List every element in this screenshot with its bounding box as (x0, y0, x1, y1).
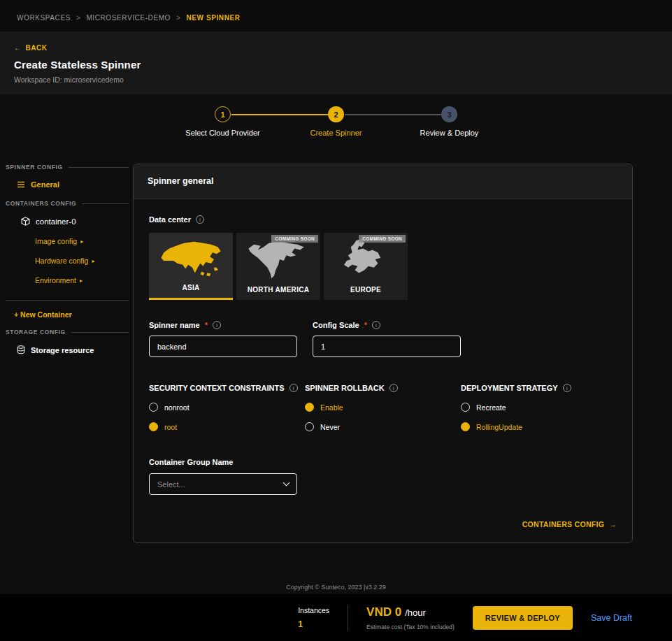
info-icon[interactable]: i (196, 215, 204, 224)
region-card-north-america[interactable]: COMMING SOON NORTH AMERICA (236, 233, 320, 300)
back-button[interactable]: ← BACK (14, 44, 47, 52)
step-connector (231, 114, 328, 115)
sidebar-item-label: Image config (35, 237, 77, 245)
region-name: NORTH AMERICA (248, 286, 310, 294)
info-icon[interactable]: i (389, 384, 398, 392)
info-icon[interactable]: i (372, 321, 380, 329)
sidebar-item-label: container-0 (36, 217, 76, 226)
name-scale-fields: Spinner name * i Config Scale * i (149, 321, 617, 357)
arrow-right-icon: → (609, 520, 617, 528)
north-america-map (243, 238, 313, 281)
spinner-name-field: Spinner name * i (149, 321, 297, 357)
sidebar-item-environment[interactable]: Environment ▸ (6, 276, 133, 285)
select-placeholder: Select... (157, 480, 185, 489)
cube-icon (21, 217, 30, 226)
region-card-asia[interactable]: ASIA (149, 233, 233, 300)
data-center-options: ASIA COMMING SOON NORTH AMERICA COMMING … (149, 233, 617, 300)
breadcrumb-separator: > (176, 14, 180, 22)
page-title: Create Stateless Spinner (14, 59, 658, 71)
required-asterisk: * (205, 321, 208, 329)
stepper-step-select-cloud-provider[interactable]: 1 Select Cloud Provider (166, 106, 280, 137)
radio-option-rollingupdate[interactable]: RollingUpdate (461, 422, 617, 431)
save-draft-button[interactable]: Save Draft (591, 613, 632, 623)
radio-label: Recreate (476, 403, 506, 412)
bottom-bar: Instances 1 VND 0 /hour Estimate cost (T… (0, 594, 672, 641)
spinner-name-input[interactable] (149, 336, 297, 357)
back-arrow-icon: ← (14, 44, 22, 52)
stepper-step-review-deploy[interactable]: 3 Review & Deploy (393, 106, 506, 137)
radio-circle (461, 422, 470, 431)
radio-group-title-row: DEPLOYMENT STRATEGY i (461, 384, 617, 392)
price-unit: /hour (405, 607, 426, 618)
radio-label: Enable (320, 403, 343, 412)
config-scale-input[interactable] (313, 336, 461, 357)
step-connector (345, 114, 441, 115)
config-scale-label-row: Config Scale * i (313, 321, 461, 329)
section-rule (69, 167, 129, 168)
caret-right-icon: ▸ (80, 278, 83, 284)
container-group-label: Container Group Name (149, 458, 233, 466)
sidebar-divider (6, 300, 129, 301)
sidebar-section-storage-config: STORAGE CONFIG (6, 329, 133, 336)
radio-option-nonroot[interactable]: nonroot (149, 403, 305, 412)
info-icon[interactable]: i (213, 321, 221, 329)
spinner-name-label: Spinner name (149, 321, 200, 329)
sidebar-item-image-config[interactable]: Image config ▸ (6, 237, 133, 245)
config-scale-field: Config Scale * i (313, 321, 461, 357)
panel-body: Data center i ASIA COMMING SOON (134, 199, 632, 542)
breadcrumb-item-new-spinner: NEW SPINNER (186, 14, 240, 22)
price-block: VND 0 /hour Estimate cost (Tax 10% inclu… (366, 605, 455, 631)
containers-config-link[interactable]: CONTAINERS CONFIG → (522, 520, 617, 528)
sidebar-item-container-0[interactable]: container-0 (6, 217, 133, 226)
required-asterisk: * (364, 321, 367, 329)
section-label: STORAGE CONFIG (6, 329, 66, 336)
sidebar-item-label: Storage resource (31, 346, 94, 354)
radio-option-recreate[interactable]: Recreate (461, 403, 617, 412)
radio-circle (305, 422, 314, 431)
panel-title: Spinner general (134, 164, 632, 199)
comming-soon-badge: COMMING SOON (359, 235, 406, 243)
radio-group-title-row: SPINNER ROLLBACK i (305, 384, 461, 392)
radio-label: Never (320, 423, 340, 431)
radio-circle (149, 403, 158, 412)
spinner-name-label-row: Spinner name * i (149, 321, 297, 329)
radio-circle (461, 403, 470, 412)
radio-group-title-row: SECURITY CONTEXT CONSTRAINTS i (149, 384, 305, 392)
stepper-step-create-spinner[interactable]: 2 Create Spinner (280, 106, 393, 137)
radio-label: nonroot (164, 403, 190, 412)
price-value: VND 0 (366, 605, 401, 619)
radio-label: root (164, 423, 177, 431)
radio-group-title: SPINNER ROLLBACK (305, 384, 385, 392)
radio-option-root[interactable]: root (149, 422, 305, 431)
container-group-select[interactable]: Select... (149, 473, 297, 495)
section-rule (71, 332, 129, 333)
back-label: BACK (26, 44, 48, 52)
sidebar-item-label: General (31, 180, 59, 189)
breadcrumb-item-microservice-demo[interactable]: MICROSERVICE-DEMO (86, 14, 171, 22)
sidebar-item-hardware-config[interactable]: Hardware config ▸ (6, 257, 133, 265)
content: SPINNER CONFIG General CONTAINERS CONFIG… (0, 164, 672, 543)
breadcrumb: WORKSPACES > MICROSERVICE-DEMO > NEW SPI… (0, 0, 672, 31)
sidebar-item-general[interactable]: General (6, 180, 133, 189)
chevron-down-icon (283, 480, 290, 487)
section-label: CONTAINERS CONFIG (6, 200, 76, 207)
estimate-note: Estimate cost (Tax 10% included) (366, 624, 455, 631)
radio-circle (149, 422, 158, 431)
radio-option-enable[interactable]: Enable (305, 403, 461, 412)
new-container-button[interactable]: + New Container (6, 310, 133, 319)
data-center-label-row: Data center i (149, 215, 617, 224)
data-center-label: Data center (149, 215, 191, 224)
container-group-field: Container Group Name Select... (149, 458, 617, 495)
info-icon[interactable]: i (563, 384, 571, 392)
caret-right-icon: ▸ (92, 258, 94, 264)
step-circle: 3 (441, 106, 457, 122)
review-deploy-button[interactable]: REVIEW & DEPLOY (473, 606, 573, 630)
info-icon[interactable]: i (289, 384, 298, 392)
radio-option-never[interactable]: Never (305, 422, 461, 431)
radio-group-deployment-strategy: DEPLOYMENT STRATEGY i Recreate RollingUp… (461, 384, 617, 431)
region-card-europe[interactable]: COMMING SOON EUROPE (324, 233, 408, 300)
sidebar-item-storage-resource[interactable]: Storage resource (6, 345, 133, 354)
radio-group-security-context: SECURITY CONTEXT CONSTRAINTS i nonroot r… (149, 384, 305, 431)
breadcrumb-item-workspaces[interactable]: WORKSPACES (17, 14, 71, 22)
sidebar-item-label: Hardware config (35, 257, 88, 265)
